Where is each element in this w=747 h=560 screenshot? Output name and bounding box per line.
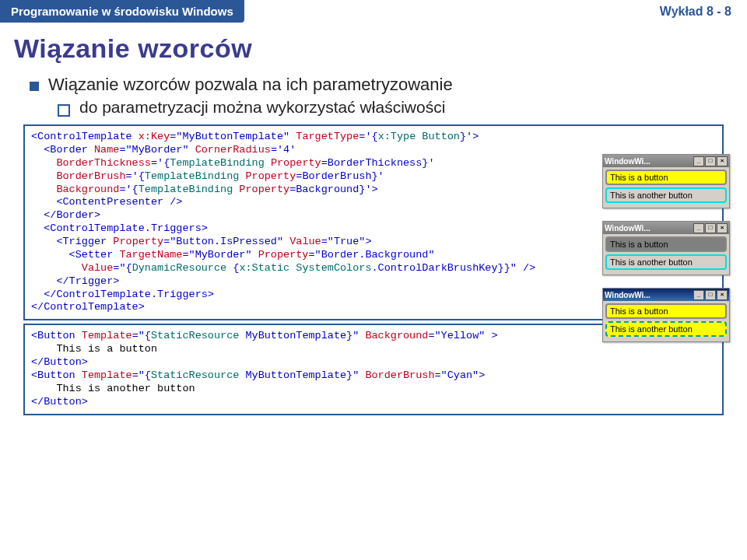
max-icon: □	[705, 223, 716, 233]
sub-bullet-text: do parametryzacji można wykorzystać właś…	[79, 98, 445, 117]
window-titlebar: WindowWi... _ □ ×	[603, 155, 729, 167]
window-title: WindowWi...	[605, 224, 651, 233]
min-icon: _	[693, 156, 704, 166]
demo-button-2: This is another button	[605, 254, 727, 270]
close-icon: ×	[717, 290, 728, 300]
window-titlebar: WindowWi... _ □ ×	[603, 289, 729, 301]
close-icon: ×	[717, 223, 728, 233]
course-header: Programowanie w środowisku Windows	[0, 0, 244, 23]
max-icon: □	[705, 156, 716, 166]
bullet-sub: do parametryzacji można wykorzystać właś…	[58, 98, 733, 117]
window-title: WindowWi...	[605, 291, 651, 299]
demo-button-1: This is a button	[605, 303, 727, 319]
preview-window-3: WindowWi... _ □ × This is a button This …	[602, 288, 730, 342]
bullet-main: Wiązanie wzorców pozwala na ich parametr…	[30, 75, 733, 95]
demo-button-1: This is a button	[605, 236, 727, 252]
slide-title: Wiązanie wzorców	[14, 33, 733, 64]
preview-window-1: WindowWi... _ □ × This is a button This …	[602, 154, 730, 208]
bullet-text: Wiązanie wzorców pozwala na ich parametr…	[48, 75, 453, 95]
min-icon: _	[693, 290, 704, 300]
lecture-number: Wykład 8 - 8	[660, 5, 731, 19]
max-icon: □	[705, 290, 716, 300]
course-title: Programowanie w środowisku Windows	[11, 5, 233, 18]
bullet-icon	[30, 82, 39, 91]
demo-button-1: This is a button	[605, 170, 727, 185]
preview-panel: WindowWi... _ □ × This is a button This …	[602, 154, 730, 355]
window-titlebar: WindowWi... _ □ ×	[603, 222, 729, 234]
min-icon: _	[693, 223, 704, 233]
demo-button-2: This is another button	[605, 321, 727, 337]
preview-window-2: WindowWi... _ □ × This is a button This …	[602, 221, 730, 275]
close-icon: ×	[717, 156, 728, 166]
sub-bullet-icon	[58, 104, 70, 117]
demo-button-2: This is another button	[605, 187, 727, 203]
window-title: WindowWi...	[605, 157, 651, 166]
